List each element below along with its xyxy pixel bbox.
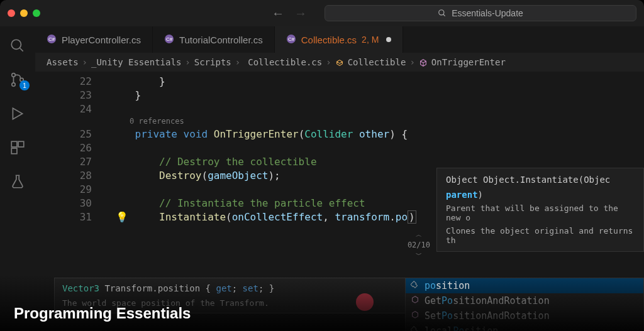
search-icon — [438, 9, 447, 18]
crumb[interactable]: _Unity Essentials — [91, 57, 181, 67]
tab-collectible-cs[interactable]: C#Collectible.cs2, M — [275, 26, 404, 53]
extensions-icon[interactable] — [9, 139, 26, 156]
doc-desc1: Parent that will be assigned to the new … — [446, 203, 635, 222]
code-line[interactable]: 26 — [35, 141, 644, 155]
activity-bar: 1 — [0, 26, 35, 331]
codelens[interactable]: 0 references — [130, 116, 644, 127]
crumb[interactable]: Collectible — [348, 57, 406, 67]
crumb[interactable]: Assets — [47, 57, 79, 67]
suggestion-item[interactable]: position — [406, 278, 643, 293]
svg-point-4 — [12, 73, 15, 77]
code-line[interactable]: 22 } — [35, 74, 644, 88]
svg-point-0 — [439, 10, 444, 15]
intellisense-popup[interactable]: positionGetPositionAndRotationSetPositio… — [405, 278, 644, 331]
overload-counter[interactable]: ︿ 02/10 ﹀ — [408, 231, 430, 259]
svg-text:C#: C# — [48, 36, 55, 42]
counter-value: 02/10 — [408, 241, 430, 249]
doc-desc2: Clones the object original and returns t… — [446, 226, 635, 245]
nav-arrows: ← → — [272, 6, 307, 21]
testing-icon[interactable] — [9, 173, 26, 190]
search-text: Essentials-Update — [452, 8, 523, 18]
suggestion-item[interactable]: localPosition — [406, 323, 643, 331]
svg-point-5 — [12, 83, 15, 86]
lightbulb-icon[interactable]: 💡 — [116, 211, 128, 223]
code-line[interactable]: 25 private void OnTriggerEnter(Collider … — [35, 127, 644, 141]
crumb[interactable]: OnTriggerEnter — [431, 57, 506, 67]
nav-forward[interactable]: → — [294, 6, 307, 21]
run-debug-icon[interactable] — [9, 106, 26, 122]
title-bar: ← → Essentials-Update — [0, 0, 644, 26]
svg-text:C#: C# — [288, 36, 295, 42]
command-center[interactable]: Essentials-Update — [325, 5, 636, 21]
cursor-indicator — [356, 293, 374, 311]
chevron-down-icon[interactable]: ﹀ — [416, 251, 422, 259]
doc-param: parent — [446, 190, 478, 200]
breadcrumbs[interactable]: Assets›_Unity Essentials›Scripts›C#Colle… — [35, 53, 644, 72]
maximize-window[interactable] — [33, 9, 40, 17]
crumb[interactable]: Scripts — [194, 57, 231, 67]
nav-back[interactable]: ← — [272, 6, 284, 21]
crumb[interactable]: Collectible.cs — [248, 57, 322, 67]
tab-tutorialcontroller-cs[interactable]: C#TutorialController.cs — [153, 26, 275, 53]
code-line[interactable]: 23 } — [35, 88, 644, 102]
explorer-icon[interactable] — [9, 38, 26, 54]
svg-text:C#: C# — [166, 36, 173, 42]
suggestion-item[interactable]: SetPositionAndRotation — [406, 308, 643, 323]
doc-sig: Object Object.Instantiate(Objec — [446, 175, 610, 185]
editor-area: C#PlayerController.csC#TutorialControlle… — [35, 26, 644, 331]
editor-tabs: C#PlayerController.csC#TutorialControlle… — [35, 26, 644, 53]
svg-rect-9 — [11, 148, 17, 154]
suggestion-item[interactable]: GetPositionAndRotation — [406, 293, 643, 308]
svg-rect-8 — [18, 141, 24, 147]
svg-point-2 — [11, 40, 21, 49]
chevron-up-icon[interactable]: ︿ — [416, 231, 422, 239]
signature-text: Vector3 Transform.position { get; set; } — [62, 283, 423, 293]
svg-line-3 — [19, 48, 23, 51]
svg-rect-7 — [11, 141, 17, 147]
parameter-hint-doc: Object Object.Instantiate(Objec parent) … — [436, 168, 644, 252]
code-line[interactable]: 24 — [35, 102, 644, 116]
scm-badge: 1 — [19, 80, 30, 90]
video-caption: Programming Essentials — [14, 305, 191, 322]
svg-line-1 — [443, 14, 445, 16]
minimize-window[interactable] — [20, 9, 28, 17]
window-controls — [8, 9, 40, 17]
source-control-icon[interactable]: 1 — [9, 72, 26, 88]
code-line[interactable]: 27 // Destroy the collectible — [35, 155, 644, 168]
close-window[interactable] — [8, 9, 15, 17]
tab-playercontroller-cs[interactable]: C#PlayerController.cs — [35, 26, 153, 53]
